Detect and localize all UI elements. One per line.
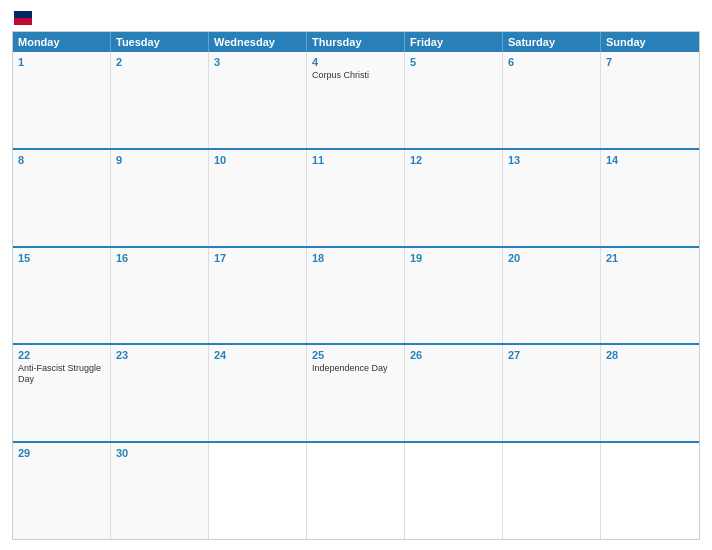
calendar-cell: 29	[13, 443, 111, 539]
calendar-cell: 25Independence Day	[307, 345, 405, 441]
calendar-cell: 7	[601, 52, 699, 148]
header-cell-wednesday: Wednesday	[209, 32, 307, 52]
day-number: 12	[410, 154, 497, 166]
day-number: 1	[18, 56, 105, 68]
calendar-cell: 21	[601, 248, 699, 344]
day-number: 8	[18, 154, 105, 166]
header-cell-friday: Friday	[405, 32, 503, 52]
day-number: 21	[606, 252, 694, 264]
header-cell-tuesday: Tuesday	[111, 32, 209, 52]
calendar-cell: 4Corpus Christi	[307, 52, 405, 148]
calendar-cell: 19	[405, 248, 503, 344]
day-number: 23	[116, 349, 203, 361]
day-number: 26	[410, 349, 497, 361]
calendar-row-2: 15161718192021	[13, 248, 699, 346]
calendar-header: MondayTuesdayWednesdayThursdayFridaySatu…	[13, 32, 699, 52]
day-number: 27	[508, 349, 595, 361]
day-number: 14	[606, 154, 694, 166]
page: MondayTuesdayWednesdayThursdayFridaySatu…	[0, 0, 712, 550]
day-number: 29	[18, 447, 105, 459]
calendar-cell: 23	[111, 345, 209, 441]
calendar-cell: 2	[111, 52, 209, 148]
header-cell-sunday: Sunday	[601, 32, 699, 52]
calendar-row-3: 22Anti-Fascist Struggle Day232425Indepen…	[13, 345, 699, 443]
logo	[12, 10, 32, 25]
day-number: 2	[116, 56, 203, 68]
header-cell-monday: Monday	[13, 32, 111, 52]
day-number: 18	[312, 252, 399, 264]
calendar-cell	[209, 443, 307, 539]
day-number: 19	[410, 252, 497, 264]
calendar-cell	[405, 443, 503, 539]
day-number: 9	[116, 154, 203, 166]
day-number: 24	[214, 349, 301, 361]
holiday-label: Independence Day	[312, 363, 399, 374]
calendar-row-4: 2930	[13, 443, 699, 539]
holiday-label: Anti-Fascist Struggle Day	[18, 363, 105, 385]
calendar-cell: 18	[307, 248, 405, 344]
calendar-row-1: 891011121314	[13, 150, 699, 248]
day-number: 4	[312, 56, 399, 68]
calendar-cell: 15	[13, 248, 111, 344]
calendar-cell: 24	[209, 345, 307, 441]
day-number: 20	[508, 252, 595, 264]
calendar-cell: 3	[209, 52, 307, 148]
holiday-label: Corpus Christi	[312, 70, 399, 81]
day-number: 25	[312, 349, 399, 361]
day-number: 13	[508, 154, 595, 166]
calendar-cell	[601, 443, 699, 539]
header	[12, 10, 700, 25]
day-number: 11	[312, 154, 399, 166]
calendar-cell: 5	[405, 52, 503, 148]
calendar-cell: 17	[209, 248, 307, 344]
calendar-cell: 28	[601, 345, 699, 441]
day-number: 3	[214, 56, 301, 68]
day-number: 15	[18, 252, 105, 264]
calendar-cell: 1	[13, 52, 111, 148]
calendar-cell: 22Anti-Fascist Struggle Day	[13, 345, 111, 441]
calendar-body: 1234Corpus Christi5678910111213141516171…	[13, 52, 699, 539]
calendar-cell: 27	[503, 345, 601, 441]
day-number: 30	[116, 447, 203, 459]
header-cell-thursday: Thursday	[307, 32, 405, 52]
calendar-cell: 11	[307, 150, 405, 246]
day-number: 6	[508, 56, 595, 68]
calendar-cell	[503, 443, 601, 539]
day-number: 5	[410, 56, 497, 68]
calendar-cell	[307, 443, 405, 539]
calendar-cell: 10	[209, 150, 307, 246]
calendar-cell: 6	[503, 52, 601, 148]
calendar-row-0: 1234Corpus Christi567	[13, 52, 699, 150]
calendar: MondayTuesdayWednesdayThursdayFridaySatu…	[12, 31, 700, 540]
day-number: 10	[214, 154, 301, 166]
calendar-cell: 20	[503, 248, 601, 344]
calendar-cell: 8	[13, 150, 111, 246]
calendar-cell: 26	[405, 345, 503, 441]
calendar-cell: 12	[405, 150, 503, 246]
day-number: 7	[606, 56, 694, 68]
header-cell-saturday: Saturday	[503, 32, 601, 52]
calendar-cell: 13	[503, 150, 601, 246]
day-number: 17	[214, 252, 301, 264]
calendar-cell: 9	[111, 150, 209, 246]
logo-flag-icon	[14, 11, 32, 25]
day-number: 16	[116, 252, 203, 264]
calendar-cell: 16	[111, 248, 209, 344]
calendar-cell: 14	[601, 150, 699, 246]
calendar-cell: 30	[111, 443, 209, 539]
day-number: 28	[606, 349, 694, 361]
day-number: 22	[18, 349, 105, 361]
